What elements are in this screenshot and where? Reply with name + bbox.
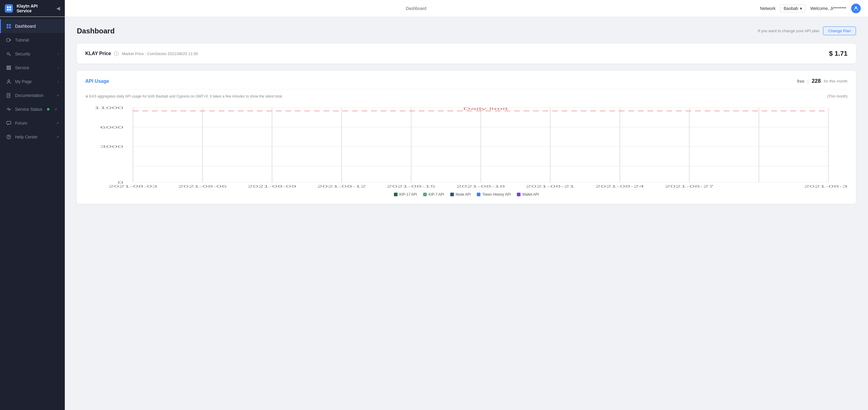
sidebar: Dashboard Tutorial Security › — [0, 17, 65, 410]
sidebar-item-security[interactable]: Security › — [0, 47, 65, 61]
svg-rect-6 — [9, 24, 11, 26]
api-usage-header: API Usage free | 228 for this month — [85, 78, 847, 84]
api-plan-badge: free — [797, 79, 804, 84]
legend-item-token-history: Token History API — [477, 192, 511, 197]
page-title: Dashboard — [77, 27, 115, 35]
svg-rect-7 — [7, 27, 8, 28]
klay-info-icon[interactable]: i — [114, 51, 119, 56]
chart-legend: KIP-17 API KIP-7 API Node API Token Hist… — [85, 192, 847, 197]
svg-text:2021-08-15: 2021-08-15 — [387, 184, 435, 188]
sidebar-item-help-center[interactable]: Help Center ↗ — [0, 130, 65, 144]
svg-text:2021-08-06: 2021-08-06 — [178, 184, 227, 188]
sidebar-item-service-status[interactable]: Service Status ↗ — [0, 102, 65, 116]
svg-rect-0 — [7, 6, 9, 8]
svg-rect-13 — [8, 66, 9, 67]
legend-label-kip7: KIP-7 API — [429, 192, 444, 197]
change-plan-button[interactable]: Change Plan — [823, 27, 856, 35]
welcome-text: Welcome, Ji******** — [810, 6, 846, 11]
network-value: Baobab — [784, 6, 798, 11]
legend-item-kip7: KIP-7 API — [423, 192, 444, 197]
key-icon — [6, 51, 11, 57]
svg-rect-18 — [7, 69, 8, 70]
klay-price-value: $ 1.71 — [829, 50, 847, 58]
apps-icon — [6, 65, 11, 70]
header-right: Network Baobab ▾ Welcome, Ji******** — [760, 4, 861, 13]
sidebar-item-service[interactable]: Service › — [0, 61, 65, 75]
svg-rect-8 — [9, 27, 11, 28]
svg-rect-3 — [9, 9, 11, 10]
svg-rect-16 — [8, 67, 9, 68]
sidebar-item-dashboard[interactable]: Dashboard — [0, 19, 65, 33]
svg-rect-5 — [7, 24, 8, 26]
external-link-icon-docs: ↗ — [56, 94, 59, 98]
this-month-label: (This month) — [827, 94, 847, 98]
chart-divider — [85, 89, 847, 90]
legend-dot-node — [450, 193, 454, 196]
legend-dot-wallet — [517, 193, 521, 196]
sidebar-logo-area: Klaytn API Service ◀ — [0, 0, 65, 16]
legend-label-wallet: Wallet API — [522, 192, 539, 197]
app-name: Klaytn API Service — [17, 4, 53, 13]
sidebar-label-mypage: My Page — [15, 79, 32, 84]
legend-label-token-history: Token History API — [482, 192, 511, 197]
svg-text:2021-08-24: 2021-08-24 — [595, 184, 644, 188]
klay-price-label: KLAY Price — [85, 51, 111, 56]
legend-item-wallet: Wallet API — [517, 192, 539, 197]
svg-text:2021-08-09: 2021-08-09 — [248, 184, 297, 188]
api-usage-title[interactable]: API Usage — [85, 78, 109, 84]
legend-label-node: Node API — [456, 192, 471, 197]
legend-label-kip17: KIP-17 API — [399, 192, 417, 197]
api-usage-card: API Usage free | 228 for this month ※ KA… — [77, 71, 856, 204]
chevron-right-icon-service: › — [58, 66, 59, 70]
change-plan-section: If you want to change your API plan Chan… — [758, 27, 856, 35]
svg-text:Daily limit: Daily limit — [463, 107, 508, 111]
svg-point-21 — [8, 80, 10, 81]
api-usage-right: free | 228 for this month — [797, 78, 847, 84]
video-icon — [6, 37, 11, 43]
svg-rect-17 — [10, 67, 11, 68]
sidebar-item-mypage[interactable]: My Page › — [0, 75, 65, 89]
user-icon — [6, 79, 11, 84]
sidebar-label-service: Service — [15, 65, 29, 70]
svg-text:0: 0 — [118, 180, 123, 184]
sidebar-label-dashboard: Dashboard — [15, 24, 36, 29]
grid-icon — [6, 24, 11, 29]
breadcrumb: Dashboard — [406, 6, 427, 11]
svg-text:2021-08-27: 2021-08-27 — [665, 184, 714, 188]
svg-text:6000: 6000 — [100, 125, 123, 130]
chevron-down-icon: ▾ — [800, 6, 802, 11]
klay-market-text: Market Price : CoinGecko 2021/08/25 11:0… — [122, 52, 198, 56]
user-avatar[interactable] — [851, 4, 861, 13]
legend-dot-kip17 — [394, 193, 398, 196]
legend-dot-token-history — [477, 193, 480, 196]
logo-icon — [5, 4, 13, 13]
svg-rect-15 — [7, 67, 8, 68]
help-icon — [6, 134, 11, 140]
app-body: Dashboard Tutorial Security › — [0, 17, 868, 410]
sidebar-item-documentation[interactable]: Documentation ↗ — [0, 89, 65, 102]
api-this-month: for this month — [824, 79, 847, 83]
network-label: Network — [760, 6, 775, 11]
sidebar-label-documentation: Documentation — [15, 93, 43, 98]
legend-item-node: Node API — [450, 192, 471, 197]
svg-rect-14 — [10, 66, 11, 67]
external-link-icon-forum: ↗ — [56, 121, 59, 125]
svg-rect-2 — [7, 9, 9, 10]
svg-text:2021-08-12: 2021-08-12 — [317, 184, 366, 188]
svg-rect-1 — [9, 6, 11, 8]
sidebar-item-tutorial[interactable]: Tutorial — [0, 33, 65, 47]
pulse-icon — [6, 107, 11, 112]
chevron-right-icon-mypage: › — [58, 80, 59, 83]
network-selector[interactable]: Baobab ▾ — [780, 4, 805, 12]
svg-text:2021-08-18: 2021-08-18 — [456, 184, 505, 188]
sidebar-item-forum[interactable]: Forum ↗ — [0, 116, 65, 130]
svg-rect-9 — [7, 38, 10, 41]
chat-icon — [6, 121, 11, 126]
sidebar-label-forum: Forum — [15, 121, 27, 126]
sidebar-label-security: Security — [15, 52, 30, 56]
collapse-sidebar-icon[interactable]: ◀ — [56, 5, 60, 11]
klay-price-left: KLAY Price i Market Price : CoinGecko 20… — [85, 51, 198, 56]
svg-rect-12 — [7, 66, 8, 67]
external-link-icon-help: ↗ — [56, 135, 59, 139]
svg-text:2021-08-31: 2021-08-31 — [804, 184, 847, 188]
